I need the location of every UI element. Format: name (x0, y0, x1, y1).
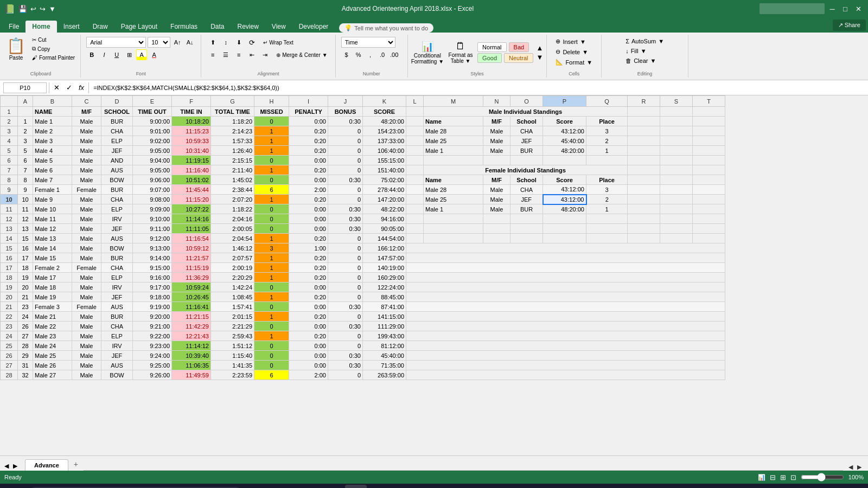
cell-e11[interactable]: 9:09:00 (133, 204, 172, 214)
cell-d11[interactable]: ELP (101, 204, 133, 214)
cell-g25[interactable]: 1:51:12 (211, 341, 254, 351)
cell-l12[interactable] (406, 214, 424, 224)
row-num-18[interactable]: 18 (1, 273, 18, 282)
cell-a15[interactable]: 16 (18, 243, 33, 253)
cell-i3[interactable]: 0:20 (289, 126, 328, 136)
cell-a8[interactable]: 8 (18, 175, 33, 185)
cell-a26[interactable]: 29 (18, 351, 33, 361)
cell-j2[interactable]: 0:30 (328, 117, 363, 126)
cell-k20[interactable]: 88:45:00 (363, 292, 406, 302)
format-painter-button[interactable]: 🖌 Format Painter (30, 54, 77, 62)
cell-p13[interactable] (543, 224, 586, 234)
cell-l19[interactable] (406, 282, 725, 292)
cell-l26[interactable] (406, 351, 725, 361)
cell-h24[interactable]: 1 (254, 331, 289, 341)
cell-f10[interactable]: 11:15:20 (172, 195, 211, 204)
cell-i15[interactable]: 1:00 (289, 243, 328, 253)
cell-b15[interactable]: Male 14 (33, 243, 72, 253)
cell-h10[interactable]: 1 (254, 195, 289, 204)
font-name-select[interactable]: Arial (86, 37, 146, 48)
cell-j23[interactable]: 0:30 (328, 322, 363, 331)
cell-h7[interactable]: 1 (254, 165, 289, 175)
cell-b2[interactable]: Male 1 (33, 117, 72, 126)
cell-j25[interactable]: 0 (328, 341, 363, 351)
cell-j1[interactable]: BONUS (328, 107, 363, 117)
row-num-22[interactable]: 22 (1, 312, 18, 322)
cell-h20[interactable]: 1 (254, 292, 289, 302)
cell-i27[interactable]: 0:00 (289, 361, 328, 370)
cell-k7[interactable]: 151:40:00 (363, 165, 406, 175)
cell-t4[interactable] (693, 136, 725, 146)
cell-s9[interactable] (660, 185, 693, 195)
cell-p6[interactable] (543, 156, 586, 165)
cell-t2[interactable] (693, 117, 725, 126)
cell-a16[interactable]: 17 (18, 253, 33, 263)
cell-d19[interactable]: IRV (101, 282, 133, 292)
cell-o3[interactable]: CHA (510, 126, 543, 136)
cell-i12[interactable]: 0:00 (289, 214, 328, 224)
insert-btn[interactable]: ⊕ Insert ▼ (552, 37, 596, 46)
cell-d2[interactable]: BUR (101, 117, 133, 126)
excel-taskbar-btn[interactable]: X (345, 485, 367, 488)
style-bad[interactable]: Bad (509, 42, 529, 52)
cell-i23[interactable]: 0:00 (289, 322, 328, 331)
cell-s12[interactable] (660, 214, 693, 224)
cell-e16[interactable]: 9:14:00 (133, 253, 172, 263)
fill-color-button[interactable]: A (136, 49, 147, 60)
row-num-26[interactable]: 26 (1, 351, 18, 361)
cell-k14[interactable]: 144:54:00 (363, 234, 406, 243)
cell-j17[interactable]: 0 (328, 263, 363, 273)
cell-i6[interactable]: 0:00 (289, 156, 328, 165)
cell-c20[interactable]: Male (72, 292, 101, 302)
cell-j19[interactable]: 0 (328, 282, 363, 292)
cell-a18[interactable]: 19 (18, 273, 33, 282)
cell-l21[interactable] (406, 302, 725, 312)
cell-i18[interactable]: 0:20 (289, 273, 328, 282)
cell-a9[interactable]: 9 (18, 185, 33, 195)
word-taskbar-btn[interactable]: W (369, 485, 391, 488)
cell-c14[interactable]: Male (72, 234, 101, 243)
cell-f9[interactable]: 11:45:44 (172, 185, 211, 195)
cell-a28[interactable]: 32 (18, 370, 33, 380)
cell-e10[interactable]: 9:08:00 (133, 195, 172, 204)
scroll-right-btn[interactable]: ▶ (857, 464, 861, 471)
cell-c8[interactable]: Male (72, 175, 101, 185)
cell-g1[interactable]: TOTAL TIME (211, 107, 254, 117)
cell-r1[interactable] (628, 107, 660, 117)
tab-home[interactable]: Home (25, 21, 56, 33)
cell-j6[interactable]: 0 (328, 156, 363, 165)
cell-f15[interactable]: 10:59:12 (172, 243, 211, 253)
align-middle-btn[interactable]: ↕ (220, 37, 232, 48)
cell-d17[interactable]: CHA (101, 263, 133, 273)
cell-g16[interactable]: 2:07:57 (211, 253, 254, 263)
cell-s2[interactable] (660, 117, 693, 126)
cell-a22[interactable]: 24 (18, 312, 33, 322)
cell-g5[interactable]: 1:26:40 (211, 146, 254, 156)
merge-center-button[interactable]: ⊕ Merge & Center ▼ (274, 51, 330, 59)
underline-button[interactable]: U (111, 49, 122, 60)
format-as-table-btn[interactable]: 🗒 Format as Table ▼ (447, 41, 474, 64)
cell-r5[interactable] (628, 146, 660, 156)
cell-g15[interactable]: 1:46:12 (211, 243, 254, 253)
col-header-j[interactable]: J (328, 96, 363, 107)
cell-m2[interactable]: Name (424, 117, 483, 126)
cell-i7[interactable]: 0:20 (289, 165, 328, 175)
style-good[interactable]: Good (477, 53, 502, 63)
autosum-btn[interactable]: Σ AutoSum ▼ (622, 37, 667, 46)
cell-b7[interactable]: Male 6 (33, 165, 72, 175)
cell-c24[interactable]: Male (72, 331, 101, 341)
cell-m11[interactable]: Male 1 (424, 204, 483, 214)
cell-e26[interactable]: 9:24:00 (133, 351, 172, 361)
cut-button[interactable]: ✂ Cut (30, 36, 77, 44)
cell-p8[interactable]: Score (543, 175, 586, 185)
currency-btn[interactable]: $ (341, 49, 352, 60)
cell-s4[interactable] (660, 136, 693, 146)
scroll-area[interactable]: A B C D E F G H I J K L M N O (0, 95, 868, 455)
cell-a1[interactable] (18, 107, 33, 117)
cell-i10[interactable]: 0:20 (289, 195, 328, 204)
increase-font-btn[interactable]: A↑ (172, 37, 183, 48)
cell-o10[interactable]: JEF (510, 195, 543, 204)
minimize-btn[interactable]: ─ (827, 3, 838, 14)
cell-e27[interactable]: 9:25:00 (133, 361, 172, 370)
cell-e15[interactable]: 9:13:00 (133, 243, 172, 253)
